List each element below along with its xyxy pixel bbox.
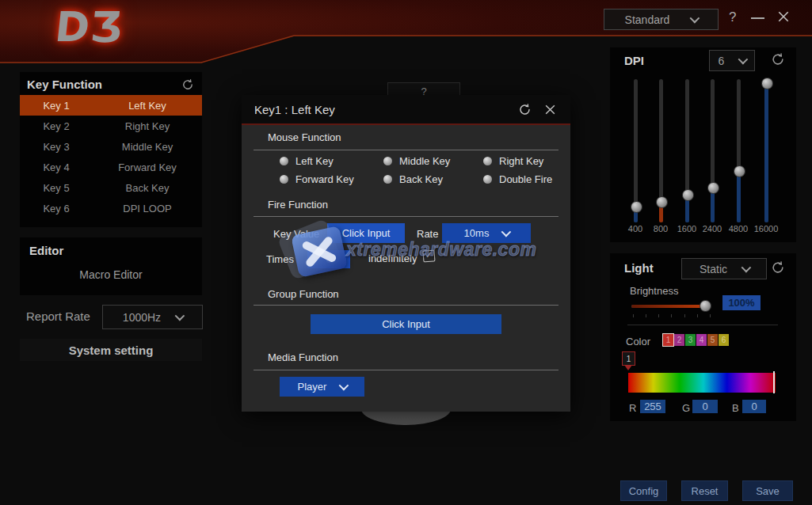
radio-label: Back Key — [399, 173, 443, 185]
key-value-click-input-button[interactable]: Click Input — [327, 223, 405, 243]
dpi-stage-dropdown[interactable]: 6 — [709, 50, 755, 71]
dialog-accent-line — [242, 123, 570, 125]
key-name: Key 3 — [20, 141, 93, 153]
radio-label: Middle Key — [399, 155, 450, 167]
color-swatch-6[interactable]: 6 — [719, 334, 729, 346]
report-rate-value: 1000Hz — [123, 311, 161, 324]
rate-dropdown[interactable]: 10ms — [442, 223, 531, 243]
slider-thumb[interactable] — [707, 182, 719, 194]
minimize-button[interactable] — [751, 17, 764, 19]
profile-dropdown[interactable]: Standard — [604, 9, 719, 30]
chevron-down-icon — [741, 263, 752, 273]
dpi-slider-2400[interactable] — [711, 79, 715, 222]
help-button[interactable]: ? — [729, 9, 736, 25]
hue-marker-flag[interactable]: 1 — [622, 351, 635, 366]
editor-panel: Editor Macro Editor — [20, 237, 202, 295]
config-button[interactable]: Config — [620, 480, 667, 501]
key-row-6[interactable]: Key 6 DPI LOOP — [20, 198, 202, 218]
macro-editor-button[interactable]: Macro Editor — [20, 268, 202, 281]
refresh-icon[interactable] — [181, 78, 194, 91]
radio-middle-key[interactable]: Middle Key — [383, 155, 450, 167]
g-value[interactable]: 0 — [692, 400, 718, 413]
radio-label: Left Key — [295, 155, 334, 167]
color-swatch-4[interactable]: 4 — [696, 334, 707, 346]
report-rate-dropdown[interactable]: 1000Hz — [102, 305, 203, 329]
radio-back-key[interactable]: Back Key — [383, 173, 443, 185]
key-settings-dialog: Key1 : Left Key Mouse Function Left Key … — [242, 95, 570, 412]
color-swatch-5[interactable]: 5 — [707, 334, 718, 346]
brightness-value-badge: 100% — [722, 295, 761, 310]
times-input[interactable]: 0 — [307, 250, 350, 268]
key-assignment: Forward Key — [93, 161, 202, 173]
rate-value: 10ms — [464, 227, 490, 239]
chevron-down-icon — [738, 55, 749, 65]
r-value[interactable]: 255 — [640, 400, 665, 413]
divider — [254, 216, 558, 217]
fire-function-title: Fire Function — [268, 199, 328, 211]
save-button[interactable]: Save — [742, 480, 793, 501]
light-title: Light — [624, 261, 654, 275]
key-assignment: Right Key — [93, 120, 202, 132]
divider — [254, 370, 558, 370]
media-player-dropdown[interactable]: Player — [280, 377, 364, 397]
report-rate-label: Report Rate — [26, 309, 90, 323]
slider-fill — [711, 189, 715, 222]
indefinitely-checkbox[interactable]: ✓ — [422, 249, 435, 262]
radio-right-key[interactable]: Right Key — [483, 155, 543, 167]
dialog-close-icon[interactable] — [544, 104, 556, 116]
indefinitely-label: indefinitely — [368, 252, 417, 264]
radio-double-fire[interactable]: Double Fire — [483, 173, 552, 185]
key-assignment: DPI LOOP — [93, 203, 202, 215]
chevron-down-icon — [501, 227, 512, 237]
slider-thumb[interactable] — [631, 201, 642, 213]
key-row-3[interactable]: Key 3 Middle Key — [20, 136, 202, 157]
dpi-slider-4800[interactable] — [737, 79, 741, 222]
key-row-5[interactable]: Key 5 Back Key — [20, 177, 202, 198]
brightness-thumb[interactable] — [700, 300, 711, 312]
hue-cursor[interactable] — [773, 371, 775, 393]
dpi-refresh-icon[interactable] — [771, 52, 785, 66]
close-button[interactable] — [777, 10, 790, 23]
light-mode-dropdown[interactable]: Static — [681, 258, 767, 279]
dpi-slider-16000[interactable] — [764, 79, 768, 222]
group-click-input-button[interactable]: Click Input — [311, 314, 501, 334]
dpi-slider-800[interactable] — [659, 79, 663, 222]
key-assignment: Left Key — [93, 100, 202, 112]
brightness-fill — [631, 305, 704, 308]
radio-forward-key[interactable]: Forward Key — [280, 173, 354, 185]
editor-title: Editor — [20, 237, 202, 257]
system-setting-button[interactable]: System setting — [20, 339, 202, 361]
dialog-refresh-icon[interactable] — [518, 103, 532, 116]
report-rate-row: Report Rate 1000Hz — [20, 305, 202, 328]
key-row-4[interactable]: Key 4 Forward Key — [20, 157, 202, 177]
hue-gradient-bar[interactable] — [628, 373, 776, 393]
reset-button[interactable]: Reset — [681, 480, 728, 501]
color-swatch-1[interactable]: 1 — [663, 334, 673, 346]
dpi-title: DPI — [624, 54, 644, 67]
slider-thumb[interactable] — [734, 165, 745, 177]
key-row-2[interactable]: Key 2 Right Key — [20, 116, 202, 136]
hue-marker-pointer — [624, 365, 632, 370]
radio-label: Right Key — [499, 155, 543, 167]
radio-icon — [383, 175, 392, 184]
slider-thumb[interactable] — [656, 196, 668, 208]
slider-thumb[interactable] — [682, 189, 694, 201]
light-refresh-icon[interactable] — [771, 260, 785, 275]
profile-dropdown-value: Standard — [625, 13, 670, 26]
radio-icon — [483, 175, 492, 184]
brightness-slider[interactable] — [631, 299, 711, 313]
radio-left-key[interactable]: Left Key — [280, 155, 334, 167]
color-swatch-3[interactable]: 3 — [685, 334, 696, 346]
b-value[interactable]: 0 — [742, 400, 766, 413]
color-label: Color — [626, 336, 650, 347]
dpi-slider-400[interactable] — [634, 79, 638, 222]
radio-icon — [483, 157, 492, 165]
radio-label: Double Fire — [499, 173, 552, 185]
color-swatch-2[interactable]: 2 — [674, 334, 684, 346]
slider-thumb[interactable] — [761, 78, 773, 89]
key-row-1[interactable]: Key 1 Left Key — [20, 95, 202, 116]
dialog-title: Key1 : Left Key — [254, 103, 335, 116]
dpi-slider-1600[interactable] — [685, 79, 689, 222]
color-swatches: 1 2 3 4 5 6 — [663, 334, 729, 346]
chevron-down-icon — [690, 13, 700, 24]
